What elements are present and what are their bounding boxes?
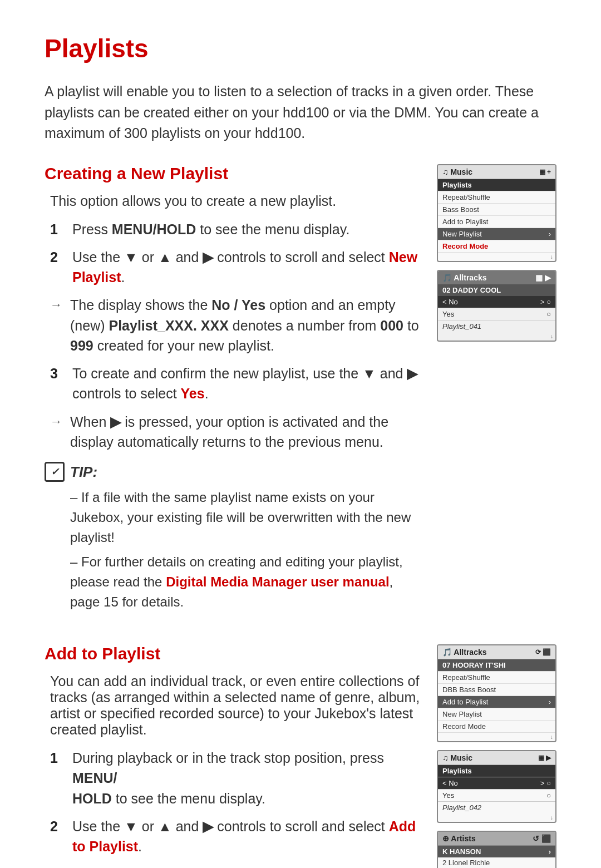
step-1-1: 1 Press MENU/HOLD to see the menu displa… <box>50 219 423 239</box>
device-screen-3: 🎵 Alltracks ⟳ ⬛ 07 HOORAY IT'SHI Repeat/… <box>437 644 556 742</box>
d3-add: Add to Playlist› <box>438 696 555 708</box>
step-1-2: 2 Use the ▼ or ▲ and ▶ controls to scrol… <box>50 247 423 288</box>
device-screen-1: ♫ Music ▦ + Playlists Repeat/Shuffle Bas… <box>437 164 556 262</box>
section-add-to-playlist: Add to Playlist You can add an individua… <box>45 644 556 868</box>
section2-steps: 1 During playback or in the track stop p… <box>50 748 423 868</box>
device-screen-5: ⊕ Artists ↺ ⬛ K HANSON› 2 Lionel Richie … <box>437 831 556 868</box>
d1-item-playlists: Playlists <box>438 179 555 191</box>
step-2-1: 1 During playback or in the track stop p… <box>50 748 423 808</box>
section2-title: Add to Playlist <box>45 644 423 663</box>
d3-dbb: DBB Bass Boost <box>438 684 555 696</box>
d2-yes: Yes○ <box>438 308 555 320</box>
device-screen-4: ♫ Music ▦ ▶ Playlists < No> ○ Yes○ Playl… <box>437 750 556 823</box>
d3-track: 07 HOORAY IT'SHI <box>438 659 555 672</box>
d5-lionel: 2 Lionel Richie <box>438 857 555 868</box>
section1-arrow2: → When ▶ is pressed, your option is acti… <box>50 412 423 452</box>
d4-no: < No> ○ <box>438 777 555 790</box>
section1-arrow1: → The display shows the No / Yes option … <box>50 295 423 356</box>
tip1-label: TIP: <box>70 463 97 481</box>
d1-item-add: Add to Playlist <box>438 216 555 228</box>
device-col-2: 🎵 Alltracks ⟳ ⬛ 07 HOORAY IT'SHI Repeat/… <box>437 644 556 868</box>
step-1-3: 3 To create and confirm the new playlist… <box>50 363 423 404</box>
step-2-2: 2 Use the ▼ or ▲ and ▶ controls to scrol… <box>50 816 423 857</box>
d2-no: < No> ○ <box>438 296 555 308</box>
section-creating-playlist: Creating a New Playlist This option allo… <box>45 164 556 625</box>
d5-hanson: K HANSON› <box>438 846 555 857</box>
section1-title: Creating a New Playlist <box>45 164 423 183</box>
tip1-text1: – If a file with the same playlist name … <box>70 487 423 548</box>
tip1-text2: – For further details on creating and ed… <box>70 552 423 612</box>
step-2-3: 3 To confirm select Yes and press ▶. Oth… <box>50 864 423 868</box>
d4-playlist: Playlist_042 <box>438 802 555 813</box>
tip-icon-1 <box>45 462 65 482</box>
section2-desc: You can add an individual track, or even… <box>50 673 423 738</box>
tip-box-1: TIP: – If a file with the same playlist … <box>45 462 423 612</box>
d2-track: 02 DADDY COOL <box>438 284 555 296</box>
page-title: Playlists <box>45 33 556 63</box>
device-col-1: ♫ Music ▦ + Playlists Repeat/Shuffle Bas… <box>437 164 556 625</box>
d1-item-record: Record Mode <box>438 240 555 253</box>
d3-record: Record Mode <box>438 721 555 733</box>
d3-new: New Playlist <box>438 708 555 721</box>
d2-playlist: Playlist_041 <box>438 320 555 332</box>
d4-yes: Yes○ <box>438 790 555 802</box>
intro-text: A playlist will enable you to listen to … <box>45 81 556 144</box>
d1-item-new: New Playlist› <box>438 228 555 240</box>
section1-desc: This option allows you to create a new p… <box>50 193 423 209</box>
device-screen-2: 🎵 Alltracks ▦ ▶ 02 DADDY COOL < No> ○ Ye… <box>437 270 556 342</box>
d3-repeat: Repeat/Shuffle <box>438 672 555 684</box>
device1-title: ♫ Music <box>442 167 472 176</box>
d4-playlists: Playlists <box>438 765 555 777</box>
d1-item-bass: Bass Boost <box>438 204 555 216</box>
section1-step3: 3 To create and confirm the new playlist… <box>50 363 423 404</box>
d1-item-repeat: Repeat/Shuffle <box>438 191 555 204</box>
section1-steps: 1 Press MENU/HOLD to see the menu displa… <box>50 219 423 288</box>
